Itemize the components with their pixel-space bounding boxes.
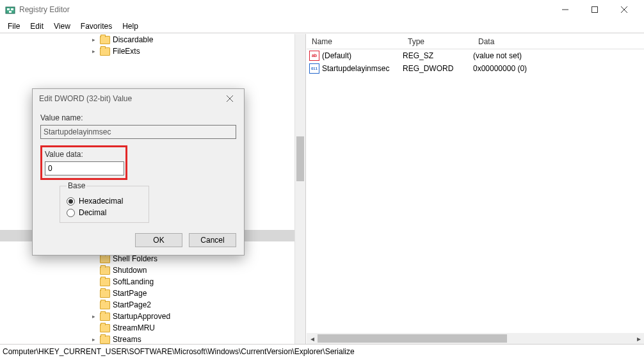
tree-node[interactable]: ▸FileExts [0, 45, 305, 57]
menu-view[interactable]: View [49, 20, 76, 32]
expander-icon[interactable]: ▸ [90, 336, 97, 343]
hscroll-thumb[interactable] [318, 334, 507, 343]
tree-node[interactable]: StreamMRU [0, 322, 305, 334]
folder-icon [100, 36, 110, 44]
values-pane: Name Type Data (Default)REG_SZ(value not… [306, 34, 644, 344]
value-data-label: Value data: [45, 150, 124, 159]
ok-button[interactable]: OK [135, 233, 182, 247]
tree-node[interactable]: Shutdown [0, 264, 305, 276]
window-title: Registry Editor [19, 5, 551, 14]
base-group: Base Hexadecimal Decimal [60, 181, 149, 223]
tree-node[interactable]: StartPage2 [0, 299, 305, 311]
folder-icon [100, 255, 110, 263]
tree-node-label: FileExts [113, 47, 140, 56]
tree-node[interactable]: ▸Streams [0, 334, 305, 344]
folder-icon [100, 278, 110, 286]
tree-node-label: SoftLanding [113, 277, 154, 286]
value-type: REG_SZ [403, 51, 473, 60]
svg-rect-3 [9, 11, 12, 13]
radio-hex-indicator [67, 197, 75, 206]
tree-node-label: StartPage2 [113, 300, 151, 309]
column-type[interactable]: Type [403, 37, 473, 46]
dialog-titlebar[interactable]: Edit DWORD (32-bit) Value [33, 89, 244, 108]
tree-node[interactable]: StartPage [0, 288, 305, 299]
tree-node[interactable]: SoftLanding [0, 276, 305, 288]
tree-node-label: Shutdown [113, 266, 147, 275]
value-name-label: Value name: [40, 113, 236, 122]
close-button[interactable] [609, 0, 639, 19]
values-header: Name Type Data [307, 34, 644, 49]
radio-dec-indicator [67, 209, 75, 217]
column-name[interactable]: Name [307, 37, 403, 46]
maximize-button[interactable] [580, 0, 609, 19]
tree-pane: ▸Discardable▸FileExtsRestartCommandsRibb… [0, 34, 306, 344]
window-titlebar: Registry Editor [0, 0, 644, 19]
hscroll-right-arrow[interactable]: ▸ [633, 333, 644, 344]
tree-node-label: Shell Folders [113, 254, 157, 263]
column-data[interactable]: Data [473, 37, 644, 46]
folder-icon [100, 313, 110, 321]
folder-icon [100, 324, 110, 332]
value-row[interactable]: (Default)REG_SZ(value not set) [307, 49, 644, 62]
value-name: (Default) [322, 51, 403, 60]
svg-rect-2 [11, 8, 13, 10]
menu-bar: File Edit View Favorites Help [0, 19, 644, 33]
menu-help[interactable]: Help [117, 20, 143, 32]
value-data-input[interactable] [45, 161, 124, 175]
dword-value-icon [309, 63, 319, 74]
folder-icon [100, 289, 110, 298]
expander-icon[interactable]: ▸ [90, 37, 97, 43]
radio-dec-label: Decimal [79, 208, 106, 217]
dialog-title: Edit DWORD (32-bit) Value [39, 94, 222, 103]
value-data-highlight: Value data: [40, 145, 127, 180]
menu-favorites[interactable]: Favorites [76, 20, 117, 32]
value-name-input[interactable] [40, 125, 236, 139]
expander-icon[interactable]: ▸ [90, 313, 97, 320]
values-hscrollbar[interactable]: ◂ ▸ [307, 333, 644, 344]
tree-node[interactable]: ▸Discardable [0, 34, 305, 45]
menu-file[interactable]: File [3, 20, 25, 32]
folder-icon [100, 47, 110, 56]
radio-decimal[interactable]: Decimal [67, 208, 142, 217]
value-data: 0x00000000 (0) [473, 64, 527, 73]
dialog-close-button[interactable] [222, 91, 237, 106]
tree-node-label: Discardable [113, 35, 153, 44]
radio-hex-label: Hexadecimal [79, 197, 123, 206]
values-list[interactable]: (Default)REG_SZ(value not set)Startupdel… [307, 49, 644, 75]
tree-node-label: StartupApproved [113, 312, 170, 321]
app-icon [5, 4, 15, 15]
base-legend: Base [67, 181, 86, 190]
string-value-icon [309, 51, 319, 61]
value-type: REG_DWORD [403, 64, 473, 73]
tree-node[interactable]: ▸StartupApproved [0, 311, 305, 322]
expander-icon[interactable]: ▸ [90, 48, 97, 54]
tree-scrollbar-thumb[interactable] [296, 136, 304, 181]
folder-icon [100, 336, 110, 344]
menu-edit[interactable]: Edit [25, 20, 49, 32]
tree-node-label: StreamMRU [113, 323, 155, 332]
svg-rect-5 [592, 7, 598, 13]
address-path: Computer\HKEY_CURRENT_USER\SOFTWARE\Micr… [3, 347, 355, 356]
hscroll-left-arrow[interactable]: ◂ [307, 333, 318, 344]
folder-icon [100, 266, 110, 275]
svg-rect-1 [7, 8, 10, 10]
value-name: Startupdelayinmsec [322, 64, 403, 73]
tree-node-label: Streams [113, 335, 141, 344]
edit-dword-dialog: Edit DWORD (32-bit) Value Value name: Va… [32, 88, 245, 256]
cancel-button[interactable]: Cancel [189, 233, 236, 247]
minimize-button[interactable] [551, 0, 580, 19]
tree-node-label: StartPage [113, 289, 147, 298]
folder-icon [100, 301, 110, 309]
radio-hexadecimal[interactable]: Hexadecimal [67, 197, 142, 206]
value-row[interactable]: StartupdelayinmsecREG_DWORD0x00000000 (0… [307, 62, 644, 75]
value-data: (value not set) [473, 51, 522, 60]
tree-scrollbar[interactable] [294, 34, 305, 344]
address-bar[interactable]: Computer\HKEY_CURRENT_USER\SOFTWARE\Micr… [0, 344, 644, 358]
